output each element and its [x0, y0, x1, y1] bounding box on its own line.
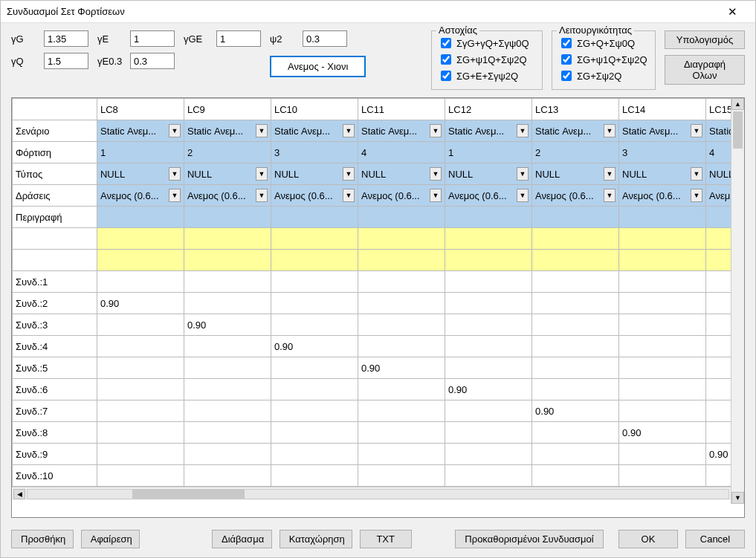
- cell[interactable]: [532, 465, 619, 487]
- gE-input[interactable]: [130, 30, 175, 47]
- cell[interactable]: [271, 400, 358, 422]
- cell[interactable]: [532, 336, 619, 357]
- cell[interactable]: [445, 357, 532, 379]
- cell[interactable]: [97, 228, 184, 250]
- remove-button[interactable]: Αφαίρεση: [81, 530, 140, 548]
- cell[interactable]: [358, 271, 445, 293]
- cell[interactable]: 2: [184, 142, 271, 163]
- col-LC13[interactable]: LC13: [532, 99, 619, 120]
- chevron-down-icon[interactable]: ▼: [343, 124, 355, 137]
- cell[interactable]: [97, 400, 184, 422]
- hscroll-thumb[interactable]: [132, 490, 245, 499]
- cell[interactable]: [445, 228, 532, 250]
- cell[interactable]: Static Ανεμ...▼: [445, 120, 532, 142]
- cell[interactable]: [619, 207, 706, 228]
- cell[interactable]: Ανεμος (0.6...▼: [619, 185, 706, 207]
- col-LC8[interactable]: LC8: [97, 99, 184, 120]
- dropdown-cell[interactable]: Static Ανεμ...▼: [361, 120, 442, 141]
- cell[interactable]: [532, 250, 619, 271]
- cell[interactable]: [358, 400, 445, 422]
- cell[interactable]: [271, 314, 358, 336]
- cell[interactable]: NULL▼: [619, 163, 706, 185]
- cell[interactable]: Static Ανεμ...▼: [97, 120, 184, 142]
- cell[interactable]: [619, 314, 706, 336]
- ok-button[interactable]: OK: [618, 530, 678, 548]
- serv-check-3[interactable]: [561, 71, 572, 81]
- cell[interactable]: [271, 207, 358, 228]
- dropdown-cell[interactable]: Ανεμος (0.6...▼: [361, 185, 442, 206]
- chevron-down-icon[interactable]: ▼: [256, 189, 268, 202]
- chevron-down-icon[interactable]: ▼: [517, 189, 529, 202]
- cell[interactable]: [97, 465, 184, 487]
- dropdown-cell[interactable]: Ανεμος (0.6...▼: [274, 185, 355, 206]
- cell[interactable]: [97, 336, 184, 357]
- cell[interactable]: [97, 250, 184, 271]
- cell[interactable]: [271, 293, 358, 314]
- cell[interactable]: [445, 293, 532, 314]
- defaults-button[interactable]: Προκαθορισμένοι Συνδυασμοί: [455, 530, 604, 548]
- cell[interactable]: Ανεμος (0.6...▼: [358, 185, 445, 207]
- dropdown-cell[interactable]: NULL▼: [100, 163, 181, 184]
- grid[interactable]: LC8 LC9 LC10 LC11 LC12 LC13 LC14 LC15 Σε…: [11, 97, 745, 518]
- cell[interactable]: [445, 271, 532, 293]
- cell[interactable]: [532, 314, 619, 336]
- cell[interactable]: [97, 271, 184, 293]
- cell[interactable]: [358, 465, 445, 487]
- cell[interactable]: Ανεμος (0.6...▼: [271, 185, 358, 207]
- cell[interactable]: Ανεμος (0.6...▼: [445, 185, 532, 207]
- chevron-down-icon[interactable]: ▼: [256, 167, 268, 181]
- add-button[interactable]: Προσθήκη: [11, 530, 74, 548]
- cell[interactable]: [184, 293, 271, 314]
- cell[interactable]: NULL▼: [184, 163, 271, 185]
- chevron-down-icon[interactable]: ▼: [169, 167, 181, 181]
- chevron-down-icon[interactable]: ▼: [256, 124, 268, 137]
- cell[interactable]: [619, 336, 706, 357]
- cell[interactable]: [358, 444, 445, 465]
- cell[interactable]: [532, 422, 619, 444]
- cell[interactable]: [445, 465, 532, 487]
- dropdown-cell[interactable]: Static Ανεμ...▼: [535, 120, 616, 141]
- cell[interactable]: [184, 465, 271, 487]
- chevron-down-icon[interactable]: ▼: [430, 124, 442, 137]
- cell[interactable]: [619, 357, 706, 379]
- dropdown-cell[interactable]: Ανεμος (0.6...▼: [535, 185, 616, 206]
- cell[interactable]: 0.90: [271, 336, 358, 357]
- cell[interactable]: [184, 228, 271, 250]
- cell[interactable]: [619, 444, 706, 465]
- dropdown-cell[interactable]: Static Ανεμ...▼: [274, 120, 355, 141]
- cell[interactable]: Ανεμος (0.6...▼: [532, 185, 619, 207]
- gG-input[interactable]: [44, 30, 88, 47]
- cell[interactable]: Static Ανεμ...▼: [184, 120, 271, 142]
- cell[interactable]: [271, 444, 358, 465]
- cell[interactable]: [445, 314, 532, 336]
- vscroll-thumb[interactable]: [733, 111, 743, 149]
- read-button[interactable]: Διάβασμα: [212, 530, 272, 548]
- serv-check-2[interactable]: [561, 54, 572, 65]
- cell[interactable]: [97, 207, 184, 228]
- cell[interactable]: [271, 379, 358, 400]
- dropdown-cell[interactable]: Static Ανεμ...▼: [100, 120, 181, 141]
- cell[interactable]: [184, 250, 271, 271]
- dropdown-cell[interactable]: Static Ανεμ...▼: [187, 120, 268, 141]
- save-button[interactable]: Καταχώρηση: [280, 530, 352, 548]
- chevron-down-icon[interactable]: ▼: [343, 189, 355, 202]
- wind-snow-button[interactable]: Ανεμος - Χιονι: [270, 56, 366, 77]
- cell[interactable]: [358, 314, 445, 336]
- dropdown-cell[interactable]: Static Ανεμ...▼: [622, 120, 702, 141]
- close-button[interactable]: ✕: [715, 1, 749, 23]
- cell[interactable]: [619, 293, 706, 314]
- gE03-input[interactable]: [130, 53, 175, 69]
- cell[interactable]: [619, 400, 706, 422]
- col-LC10[interactable]: LC10: [271, 99, 358, 120]
- cell[interactable]: [184, 379, 271, 400]
- cell[interactable]: [184, 400, 271, 422]
- cell[interactable]: [184, 271, 271, 293]
- cell[interactable]: [532, 207, 619, 228]
- chevron-down-icon[interactable]: ▼: [430, 167, 442, 181]
- col-LC12[interactable]: LC12: [445, 99, 532, 120]
- cell[interactable]: NULL▼: [532, 163, 619, 185]
- cell[interactable]: [445, 400, 532, 422]
- cell[interactable]: [445, 336, 532, 357]
- cell[interactable]: [271, 228, 358, 250]
- cell[interactable]: [358, 336, 445, 357]
